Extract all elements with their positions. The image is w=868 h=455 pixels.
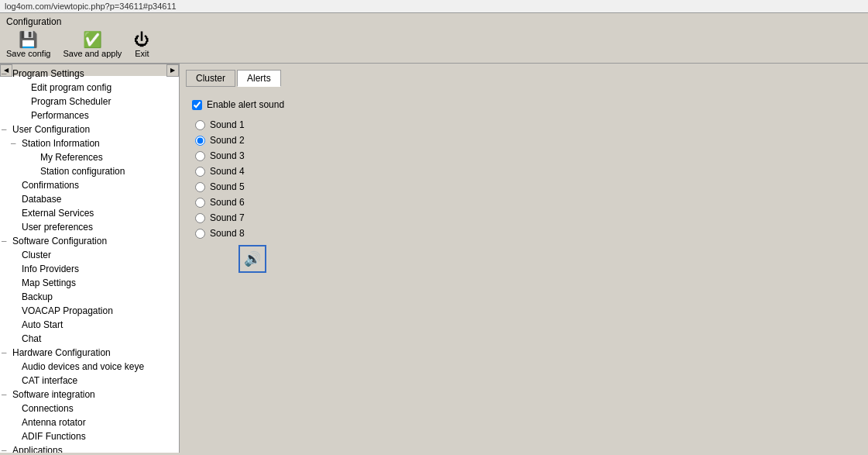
sidebar-label-cluster: Cluster [22,250,51,260]
radio-sound1[interactable] [195,120,205,130]
radio-sound7[interactable] [195,213,205,223]
sidebar-item-software-integration[interactable]: ─Software integration [0,388,179,402]
expand-icon-hardware-configuration: ─ [2,349,12,357]
main-panel: ClusterAlerts Enable alert sound Sound 1… [180,64,868,453]
sidebar-label-station-information: Station Information [22,138,100,149]
tab-bar: ClusterAlerts [186,70,862,87]
sound-radio-row-sound8: Sound 8 [195,228,856,239]
sidebar-item-chat[interactable]: Chat [0,332,179,346]
exit-button[interactable]: ⏻ Exit [134,32,149,58]
tab-alerts[interactable]: Alerts [237,70,281,87]
sidebar-label-audio-devices: Audio devices and voice keye [22,361,144,372]
play-sound-button[interactable]: 🔊 [238,245,266,273]
sound-radio-row-sound5: Sound 5 [195,181,856,192]
sidebar-label-software-configuration: Software Configuration [12,236,107,246]
radio-sound3[interactable] [195,151,205,161]
sidebar-item-confirmations[interactable]: Confirmations [0,178,179,192]
sidebar-label-program-scheduler: Program Scheduler [31,96,111,107]
sidebar-label-confirmations: Confirmations [22,180,79,191]
sidebar-label-performances: Performances [31,110,89,121]
sidebar-item-edit-program-config[interactable]: Edit program config [0,81,179,95]
expand-icon-program-settings: ─ [2,70,12,78]
sound-radio-group: Sound 1Sound 2Sound 3Sound 4Sound 5Sound… [195,119,856,239]
label-sound3: Sound 3 [210,150,245,161]
sidebar-item-cat-interface[interactable]: CAT interface [0,374,179,388]
sound-radio-row-sound2: Sound 2 [195,135,856,146]
expand-icon-applications: ─ [2,446,12,453]
sidebar-label-program-settings: Program Settings [12,68,84,79]
sidebar-item-audio-devices[interactable]: Audio devices and voice keye [0,360,179,374]
sound-radio-row-sound3: Sound 3 [195,150,856,161]
sidebar-label-connections: Connections [22,403,74,414]
sidebar-item-external-services[interactable]: External Services [0,206,179,220]
sidebar-label-chat: Chat [22,333,41,344]
label-sound2: Sound 2 [210,135,245,146]
sidebar-item-info-providers[interactable]: Info Providers [0,262,179,276]
sidebar-item-user-configuration[interactable]: ─User Configuration [0,122,179,136]
sidebar-item-software-configuration[interactable]: ─Software Configuration [0,234,179,248]
sidebar-item-station-information[interactable]: ─Station Information [0,136,179,150]
sidebar-label-station-configuration: Station configuration [40,166,125,177]
label-sound6: Sound 6 [210,197,245,208]
radio-sound8[interactable] [195,229,205,239]
sidebar-item-adif-functions[interactable]: ADIF Functions [0,429,179,443]
sidebar-label-external-services: External Services [22,208,94,219]
sidebar-item-my-references[interactable]: My References [0,150,179,164]
configuration-window: Configuration 💾 Save config ✅ Save and a… [0,13,868,453]
sidebar-label-auto-start: Auto Start [22,319,63,330]
expand-icon-user-configuration: ─ [2,126,12,133]
sound-radio-row-sound6: Sound 6 [195,197,856,208]
radio-sound5[interactable] [195,182,205,192]
sidebar-item-program-settings[interactable]: ─Program Settings [0,67,179,81]
sidebar-label-applications: Applications [12,445,63,453]
radio-sound4[interactable] [195,167,205,177]
sidebar-item-database[interactable]: Database [0,192,179,206]
save-config-button[interactable]: 💾 Save config [6,32,50,58]
sidebar-item-map-settings[interactable]: Map Settings [0,276,179,290]
sidebar-item-station-configuration[interactable]: Station configuration [0,164,179,178]
sidebar-scroll[interactable]: ─Program SettingsEdit program configProg… [0,64,179,453]
enable-alert-sound-row: Enable alert sound [192,99,856,110]
sidebar-label-cat-interface: CAT interface [22,375,77,386]
sidebar-item-voacap-propagation[interactable]: VOACAP Propagation [0,304,179,318]
exit-icon: ⏻ [134,32,149,47]
sidebar-label-my-references: My References [40,152,103,163]
sidebar-item-program-scheduler[interactable]: Program Scheduler [0,95,179,109]
toolbar: 💾 Save config ✅ Save and apply ⏻ Exit [0,29,868,64]
expand-icon-software-configuration: ─ [2,237,12,245]
sidebar-item-hardware-configuration[interactable]: ─Hardware Configuration [0,346,179,360]
enable-alert-checkbox[interactable] [192,100,202,110]
save-apply-button[interactable]: ✅ Save and apply [63,32,122,58]
radio-sound2[interactable] [195,136,205,146]
sidebar-label-edit-program-config: Edit program config [31,82,112,93]
sidebar-label-backup: Backup [22,291,53,302]
sidebar-label-map-settings: Map Settings [22,277,76,288]
tree: ─Program SettingsEdit program configProg… [0,64,179,453]
radio-sound6[interactable] [195,198,205,208]
sidebar-item-applications[interactable]: ─Applications [0,443,179,453]
sidebar-label-info-providers: Info Providers [22,264,79,274]
exit-label: Exit [135,49,149,58]
panel-content: Enable alert sound Sound 1Sound 2Sound 3… [186,93,862,279]
browser-url: log4om.com/viewtopic.php?p=34611#p34611 [0,0,868,13]
label-sound5: Sound 5 [210,181,245,192]
sidebar-label-user-preferences: User preferences [22,222,93,233]
tab-cluster[interactable]: Cluster [186,70,235,87]
sidebar-label-adif-functions: ADIF Functions [22,431,86,442]
sidebar-item-connections[interactable]: Connections [0,402,179,415]
label-sound8: Sound 8 [210,228,245,239]
sidebar-item-antenna-rotator[interactable]: Antenna rotator [0,415,179,429]
expand-icon-software-integration: ─ [2,391,12,398]
sidebar-item-auto-start[interactable]: Auto Start [0,318,179,332]
sidebar-item-performances[interactable]: Performances [0,109,179,122]
sound-radio-row-sound1: Sound 1 [195,119,856,130]
label-sound4: Sound 4 [210,166,245,177]
save-config-icon: 💾 [19,32,38,47]
sidebar-label-hardware-configuration: Hardware Configuration [12,347,111,358]
save-apply-label: Save and apply [63,49,122,58]
save-apply-icon: ✅ [83,32,102,47]
save-config-label: Save config [6,49,50,58]
sidebar-item-cluster[interactable]: Cluster [0,248,179,262]
sidebar-item-user-preferences[interactable]: User preferences [0,220,179,234]
sidebar-item-backup[interactable]: Backup [0,290,179,304]
